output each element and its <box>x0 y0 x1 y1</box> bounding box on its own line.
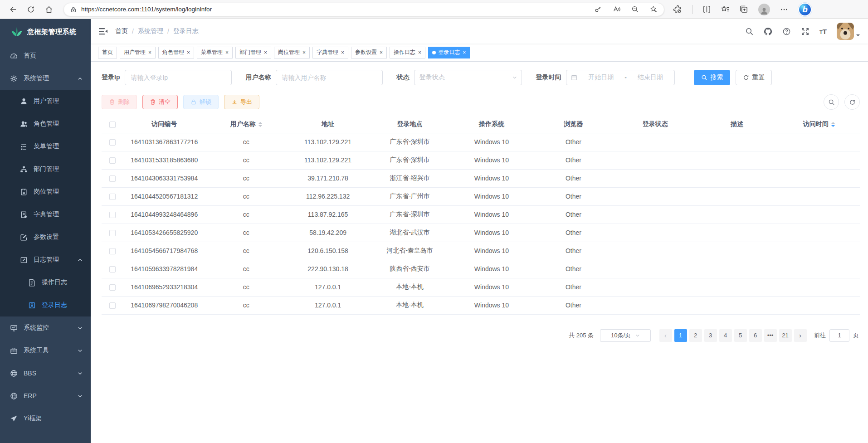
table-row[interactable]: 1641044993248464896 cc 113.87.92.165 广东省… <box>102 205 860 224</box>
view-tab[interactable]: 操作日志 × <box>390 47 425 58</box>
view-tab[interactable]: 岗位管理 × <box>274 47 310 58</box>
sidebar-item[interactable]: 部门管理 <box>0 158 91 180</box>
ip-filter-input[interactable] <box>125 70 232 85</box>
table-row[interactable]: 1641069798270046208 cc 127.0.0.1 本地-本机 W… <box>102 296 860 314</box>
sidebar-item[interactable]: 系统工具 <box>0 339 91 362</box>
browser-profile-avatar[interactable] <box>758 4 770 15</box>
favorites-icon[interactable] <box>721 5 730 14</box>
page-button[interactable]: ••• <box>764 329 777 342</box>
page-button[interactable]: ‹ <box>659 329 672 342</box>
tab-close-icon[interactable]: × <box>186 50 190 55</box>
view-tab[interactable]: 登录日志 × <box>428 47 470 58</box>
add-favorite-icon[interactable] <box>650 5 658 13</box>
toggle-search-button[interactable] <box>824 94 839 110</box>
tab-close-icon[interactable]: × <box>225 50 229 55</box>
read-aloud-icon[interactable] <box>613 5 620 13</box>
column-header[interactable]: 登录地点 <box>369 116 450 133</box>
sidebar-item[interactable]: 首页 <box>0 44 91 67</box>
breadcrumb-home[interactable]: 首页 <box>115 27 128 35</box>
sort-icon[interactable] <box>831 122 835 127</box>
table-row[interactable]: 1641069652933218304 cc 127.0.0.1 本地-本机 W… <box>102 278 860 296</box>
sidebar-item[interactable]: Yi框架 <box>0 407 91 430</box>
tab-close-icon[interactable]: × <box>302 50 306 55</box>
table-row[interactable]: 1641053426655825920 cc 58.19.42.209 湖北省-… <box>102 224 860 242</box>
tab-close-icon[interactable]: × <box>462 50 466 55</box>
page-size-select[interactable]: 10条/页 <box>600 329 651 342</box>
unlock-button[interactable]: 解锁 <box>183 95 219 109</box>
tab-close-icon[interactable]: × <box>148 50 151 55</box>
sidebar-item[interactable]: BBS <box>0 362 91 385</box>
zoom-out-icon[interactable] <box>631 5 639 13</box>
table-row[interactable]: 1641043063331753984 cc 39.171.210.78 浙江省… <box>102 169 860 187</box>
table-row[interactable]: 1641054566717984768 cc 120.6.150.158 河北省… <box>102 242 860 260</box>
sidebar-item[interactable]: 日志管理 <box>0 248 91 271</box>
sidebar-item[interactable]: 参数设置 <box>0 226 91 248</box>
user-avatar[interactable] <box>837 23 854 40</box>
split-screen-icon[interactable] <box>702 5 711 14</box>
sidebar-item[interactable]: ERP <box>0 385 91 407</box>
row-checkbox[interactable] <box>109 230 116 236</box>
page-button[interactable]: 3 <box>704 329 717 342</box>
browser-back-button[interactable] <box>5 2 20 17</box>
view-tab[interactable]: 菜单管理 × <box>197 47 233 58</box>
username-filter-input[interactable] <box>276 70 383 85</box>
tab-close-icon[interactable]: × <box>418 50 421 55</box>
lock-icon[interactable] <box>70 6 77 13</box>
extensions-icon[interactable] <box>673 5 682 14</box>
row-checkbox[interactable] <box>109 157 116 164</box>
column-header[interactable]: 用户名称 <box>205 116 287 133</box>
column-header[interactable]: 地址 <box>287 116 369 133</box>
user-avatar-menu[interactable] <box>837 23 860 40</box>
page-button[interactable]: 1 <box>674 329 687 342</box>
row-checkbox[interactable] <box>109 175 116 182</box>
page-button[interactable]: › <box>794 329 807 342</box>
view-tab[interactable]: 角色管理 × <box>158 47 194 58</box>
github-icon[interactable] <box>764 27 772 36</box>
row-checkbox[interactable] <box>109 284 116 291</box>
table-row[interactable]: 1641031367863177216 cc 113.102.129.221 广… <box>102 133 860 151</box>
address-bar[interactable]: https://ccnetcore.com:1101/system/log/lo… <box>63 3 664 16</box>
font-size-icon[interactable]: TT <box>819 28 827 35</box>
sidebar-item[interactable]: 系统监控 <box>0 316 91 339</box>
browser-home-button[interactable] <box>42 2 56 17</box>
row-checkbox[interactable] <box>109 302 116 309</box>
row-checkbox[interactable] <box>109 266 116 273</box>
tab-close-icon[interactable]: × <box>379 50 383 55</box>
sidebar-item[interactable]: 菜单管理 <box>0 135 91 158</box>
column-header[interactable]: 描述 <box>696 116 778 133</box>
page-button[interactable]: 6 <box>749 329 762 342</box>
refresh-table-button[interactable] <box>844 94 860 110</box>
collections-icon[interactable] <box>740 5 748 14</box>
browser-refresh-button[interactable] <box>24 2 38 17</box>
date-range-picker[interactable]: 开始日期 - 结束日期 <box>566 70 675 85</box>
app-logo[interactable]: 意框架管理系统 <box>0 19 91 44</box>
sort-icon[interactable] <box>258 122 262 127</box>
page-button[interactable]: 21 <box>779 329 792 342</box>
view-tab[interactable]: 首页 <box>98 47 117 58</box>
view-tab[interactable]: 字典管理 × <box>312 47 348 58</box>
url-text[interactable]: https://ccnetcore.com:1101/system/log/lo… <box>81 6 212 13</box>
column-header[interactable]: 登录状态 <box>614 116 696 133</box>
page-button[interactable]: 4 <box>719 329 732 342</box>
table-row[interactable]: 1641044520567181312 cc 112.96.225.132 广东… <box>102 187 860 205</box>
export-button[interactable]: 导出 <box>224 95 259 109</box>
column-header[interactable]: 浏览器 <box>532 116 614 133</box>
row-checkbox[interactable] <box>109 194 116 200</box>
reset-button[interactable]: 重置 <box>736 70 772 85</box>
header-search-icon[interactable] <box>745 27 754 36</box>
table-row[interactable]: 1641031533185863680 cc 113.102.129.221 广… <box>102 151 860 169</box>
sidebar-item[interactable]: 字典管理 <box>0 203 91 226</box>
tab-close-icon[interactable]: × <box>341 50 344 55</box>
sidebar-toggle-icon[interactable] <box>98 26 108 36</box>
breadcrumb-system[interactable]: 系统管理 <box>138 27 163 35</box>
page-button[interactable]: 2 <box>689 329 702 342</box>
table-row[interactable]: 1641059633978281984 cc 222.90.130.18 陕西省… <box>102 260 860 278</box>
clear-button[interactable]: 清空 <box>142 95 178 109</box>
row-checkbox[interactable] <box>109 212 116 218</box>
fullscreen-icon[interactable] <box>801 27 809 36</box>
view-tab[interactable]: 部门管理 × <box>235 47 271 58</box>
row-checkbox[interactable] <box>109 248 116 254</box>
tab-close-icon[interactable]: × <box>263 50 267 55</box>
status-select[interactable]: 登录状态 <box>414 70 522 85</box>
search-button[interactable]: 搜索 <box>694 70 730 85</box>
